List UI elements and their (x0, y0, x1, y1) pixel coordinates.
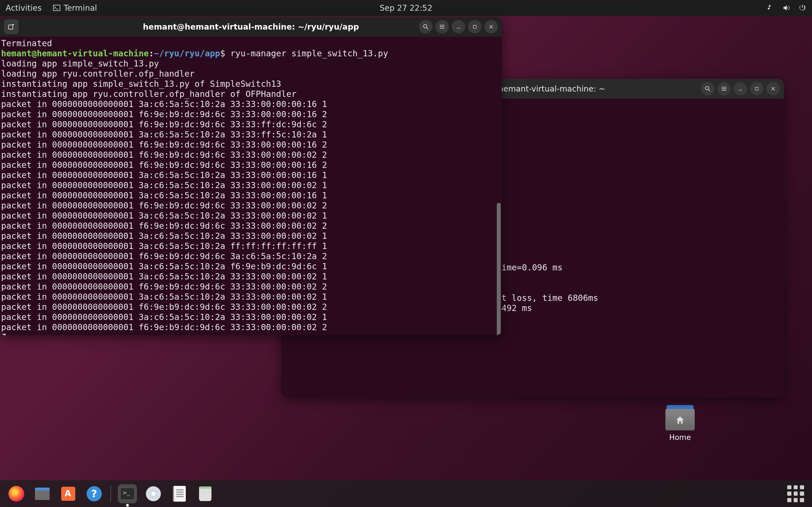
search-button[interactable] (701, 82, 714, 96)
scrollbar-thumb[interactable] (497, 203, 501, 335)
minimize-button[interactable] (452, 20, 465, 34)
svg-point-4 (705, 87, 709, 90)
dock-disc[interactable] (144, 484, 163, 503)
trash-icon (199, 487, 211, 501)
new-tab-button[interactable] (4, 19, 18, 34)
text-editor-icon (173, 486, 186, 502)
maximize-icon (472, 24, 477, 29)
files-icon (35, 488, 50, 500)
search-icon (422, 23, 429, 30)
minimize-button[interactable] (733, 82, 747, 96)
svg-rect-12 (473, 25, 476, 29)
terminal1-titlebar[interactable]: hemant@hemant-virtual-machine: ~/ryu/ryu… (0, 17, 502, 37)
close-icon (488, 24, 494, 30)
help-icon: ? (87, 486, 102, 501)
dock-firefox[interactable] (7, 484, 26, 503)
svg-line-5 (709, 90, 710, 91)
terminal-app-icon (53, 5, 60, 11)
terminal1-title: hemant@hemant-virtual-machine: ~/ryu/ryu… (143, 22, 359, 32)
dock-files[interactable] (33, 484, 52, 503)
hamburger-button[interactable] (717, 82, 731, 96)
close-button[interactable] (485, 20, 498, 34)
dock-separator (110, 485, 111, 502)
app-menu-label: Terminal (64, 3, 97, 13)
dock: ? (0, 480, 812, 507)
maximize-icon (754, 86, 759, 91)
network-icon[interactable] (766, 4, 774, 12)
dock-trash[interactable] (196, 484, 215, 503)
desktop-home-icon[interactable]: Home (663, 405, 697, 442)
terminal-window-ryu[interactable]: hemant@hemant-virtual-machine: ~/ryu/ryu… (0, 17, 502, 335)
svg-rect-8 (8, 25, 13, 29)
terminal-icon (120, 488, 135, 500)
apps-grid-icon (787, 485, 804, 502)
svg-point-9 (423, 24, 427, 28)
hamburger-icon (721, 86, 727, 92)
disc-icon (146, 486, 161, 501)
home-glyph-icon (675, 415, 685, 425)
svg-rect-7 (755, 87, 758, 91)
new-tab-icon (8, 23, 15, 31)
minimize-icon (456, 24, 461, 30)
hamburger-icon (439, 24, 445, 30)
svg-line-10 (426, 27, 428, 29)
maximize-button[interactable] (468, 20, 481, 34)
dock-text-editor[interactable] (170, 484, 189, 503)
clock[interactable]: Sep 27 22:52 (380, 3, 433, 13)
dock-terminal[interactable] (118, 484, 137, 503)
hamburger-button[interactable] (435, 20, 449, 34)
terminal1-output[interactable]: Terminated hemant@hemant-virtual-machine… (0, 37, 502, 335)
activities-button[interactable]: Activities (6, 3, 42, 13)
search-button[interactable] (419, 20, 433, 34)
dock-help[interactable]: ? (85, 484, 104, 503)
close-icon (770, 86, 776, 92)
folder-icon (665, 405, 695, 431)
svg-rect-1 (54, 5, 60, 10)
dock-software[interactable] (59, 484, 78, 503)
gnome-topbar: Activities Terminal Sep 27 22:52 (0, 0, 812, 16)
volume-icon[interactable] (782, 4, 790, 12)
close-button[interactable] (766, 82, 780, 96)
dock-show-apps[interactable] (786, 484, 805, 503)
search-icon (704, 86, 711, 92)
firefox-icon (8, 486, 24, 502)
maximize-button[interactable] (750, 82, 763, 96)
software-icon (61, 487, 75, 501)
desktop-home-label: Home (663, 433, 697, 442)
minimize-icon (738, 86, 743, 92)
power-icon[interactable] (799, 4, 806, 12)
app-menu[interactable]: Terminal (53, 3, 97, 13)
